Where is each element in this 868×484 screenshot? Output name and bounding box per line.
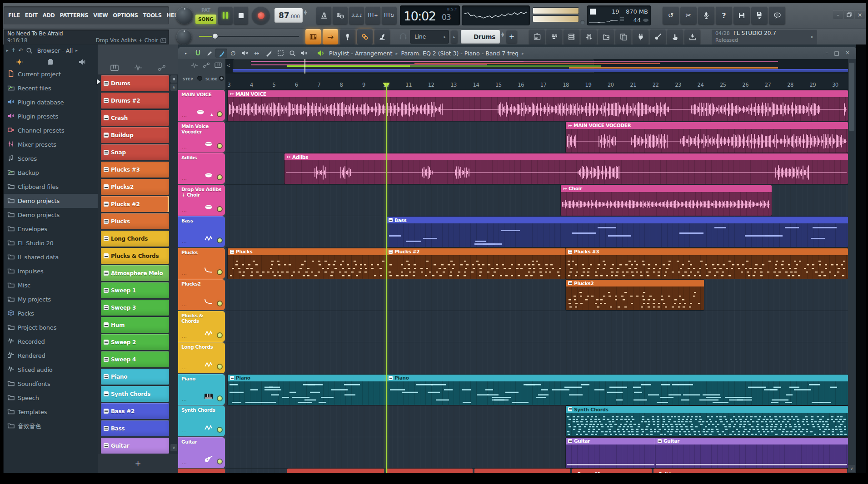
- menu-item-add[interactable]: ADD: [43, 12, 55, 19]
- track-enable-led[interactable]: [218, 270, 222, 274]
- scroll-down-button[interactable]: ∨: [848, 465, 855, 472]
- tab-files-icon[interactable]: [47, 58, 54, 65]
- slide-time-knob[interactable]: [580, 20, 585, 25]
- master-volume-slider[interactable]: [533, 7, 579, 14]
- playlist-close-button[interactable]: ×: [845, 49, 850, 56]
- countdown-button[interactable]: 3.2.1: [349, 6, 364, 25]
- undo-button[interactable]: ↺: [663, 6, 679, 25]
- pattern-item-plucks-3[interactable]: Plucks #3: [101, 162, 169, 178]
- timeline-ruler[interactable]: 3456789101112131415161718192021222324252…: [225, 74, 848, 90]
- track-options-icon[interactable]: …: [182, 396, 187, 402]
- clip-plucks2[interactable]: Plucks2: [566, 280, 704, 310]
- metronome-button[interactable]: [316, 6, 331, 25]
- plugin-picker-button[interactable]: [615, 29, 631, 44]
- clip-title[interactable]: Plucks: [228, 248, 386, 255]
- track-lane-8[interactable]: [225, 311, 848, 343]
- pattern-knob[interactable]: [176, 29, 192, 44]
- menu-item-edit[interactable]: EDIT: [25, 12, 38, 19]
- step-record-button[interactable]: [340, 29, 355, 44]
- follow-playback-button[interactable]: →: [323, 29, 338, 44]
- track-enable-led[interactable]: [218, 144, 222, 148]
- record-audio-button[interactable]: [698, 6, 714, 25]
- clip-synth-chords[interactable]: Synth Chords: [566, 406, 848, 436]
- pattern-item-snap[interactable]: Snap: [101, 144, 169, 160]
- browser-item-templates[interactable]: Templates: [4, 405, 98, 419]
- slide-toggle[interactable]: [219, 76, 224, 81]
- track-header-main-voice-vocoder[interactable]: Main Voice Vocoder …: [178, 122, 225, 153]
- menu-item-view[interactable]: VIEW: [93, 12, 108, 19]
- piano-roll-button[interactable]: [546, 29, 562, 44]
- track-enable-led[interactable]: [218, 175, 222, 179]
- clip-bass[interactable]: Bass: [386, 217, 848, 247]
- track-menu-arrow-icon[interactable]: ▲: [210, 113, 213, 117]
- track-options-icon[interactable]: …: [182, 175, 187, 181]
- song-label[interactable]: SONG: [195, 15, 216, 24]
- pattern-item-drums[interactable]: Drums: [101, 75, 169, 91]
- news-panel[interactable]: 04/28 FL STUDIO 20.7 Released ▸: [712, 30, 817, 44]
- mixer-button[interactable]: [581, 29, 597, 44]
- playlist-maximize-button[interactable]: [834, 50, 839, 57]
- browser-item-fl-studio-20[interactable]: FL Studio 20: [4, 236, 98, 250]
- browser-item-recent-files[interactable]: Recent files: [4, 81, 98, 95]
- track-header-synth-chords[interactable]: Synth Chords …: [178, 405, 225, 436]
- track-options-icon[interactable]: …: [182, 301, 187, 307]
- clip-title[interactable]: Bass: [386, 217, 848, 223]
- track-lane-12[interactable]: Guitar Guitar: [225, 437, 848, 469]
- track-options-icon[interactable]: …: [182, 270, 187, 276]
- snap-selector[interactable]: Line ▸: [410, 30, 449, 44]
- browser-item-il-shared-data[interactable]: IL shared data: [4, 250, 98, 264]
- pattern-item-sweep-2[interactable]: Sweep 2: [101, 334, 169, 350]
- track-enable-led[interactable]: [218, 333, 222, 337]
- playback-tool[interactable]: [298, 49, 310, 58]
- browser-item-demo-projects[interactable]: Demo projects: [4, 208, 98, 222]
- browser-item-channel-presets[interactable]: Channel presets: [4, 123, 98, 138]
- pattern-item-plucks[interactable]: Plucks: [101, 213, 169, 229]
- stop-button[interactable]: [234, 6, 248, 25]
- clip-guitar[interactable]: Guitar: [566, 438, 655, 468]
- pattern-item-sweep-1[interactable]: Sweep 1: [101, 282, 169, 298]
- track-header-piano[interactable]: Piano …: [178, 374, 225, 405]
- browser-up-icon[interactable]: ↑: [11, 47, 16, 54]
- magnet-tool[interactable]: [192, 49, 204, 58]
- track-enable-led[interactable]: [218, 428, 222, 432]
- clip-main-voice-vocoder[interactable]: ↦MAIN VOICE VOCODER: [566, 122, 848, 153]
- clip-title[interactable]: Guitar: [566, 438, 655, 444]
- track-header-drop-vox-adlibs-choir[interactable]: Drop Vox Adlibs + Choir …: [178, 185, 225, 216]
- track-lane-2[interactable]: ↦MAIN VOICE VOCODER: [225, 122, 848, 153]
- playlist-menu-icon[interactable]: ▸: [180, 49, 192, 58]
- control-surface-button[interactable]: [650, 29, 666, 44]
- record-button[interactable]: [252, 6, 270, 25]
- playlist-minimap[interactable]: <: [225, 59, 848, 74]
- step-toggle[interactable]: [197, 76, 202, 81]
- main-volume-knob[interactable]: [176, 7, 193, 24]
- clip-adlibs[interactable]: ↦Adlibs: [284, 153, 848, 184]
- track-lane-9[interactable]: [225, 342, 848, 374]
- delete-tool[interactable]: ∅: [227, 49, 239, 58]
- track-enable-led[interactable]: [218, 207, 222, 211]
- slider-thumb[interactable]: [212, 33, 218, 39]
- browser-item-rendered[interactable]: Rendered: [4, 349, 98, 363]
- playlist-scrollbar[interactable]: ∨: [848, 59, 855, 473]
- pattern-item-drums-2[interactable]: Drums #2: [101, 93, 169, 109]
- track-options-icon[interactable]: …: [182, 207, 187, 213]
- clip-partial-unnamed[interactable]: [474, 469, 570, 473]
- browser-item-plugin-presets[interactable]: Plugin presets: [4, 109, 98, 123]
- browser-item-my-projects[interactable]: My projects: [4, 292, 98, 306]
- browser-item-project-bones[interactable]: Project bones: [4, 321, 98, 335]
- help-button[interactable]: ?: [716, 6, 732, 25]
- slide-mode-icon[interactable]: [158, 64, 166, 71]
- clip-piano[interactable]: Piano: [228, 375, 386, 405]
- track-header-plucks2[interactable]: Plucks2 …: [178, 279, 225, 310]
- track-options-icon[interactable]: …: [182, 333, 187, 339]
- piano-track-icon[interactable]: [215, 62, 222, 68]
- window-restore-button[interactable]: [844, 10, 854, 19]
- track-header-long-chords[interactable]: Long Chords …: [178, 342, 225, 373]
- track-options-icon[interactable]: …: [182, 459, 187, 465]
- minimap-left-icon[interactable]: <: [226, 63, 230, 69]
- track-options-icon[interactable]: …: [182, 365, 187, 370]
- channel-rack-button[interactable]: [564, 29, 579, 44]
- playlist-titlebar[interactable]: ▸ ∅ ↔ Playlist - Arrangement ▸ Param. EQ…: [178, 47, 856, 59]
- clip-title[interactable]: ↦Choir: [561, 185, 772, 192]
- pattern-item-long-chords[interactable]: Long Chords: [101, 231, 169, 247]
- pattern-item-piano[interactable]: Piano: [101, 369, 169, 385]
